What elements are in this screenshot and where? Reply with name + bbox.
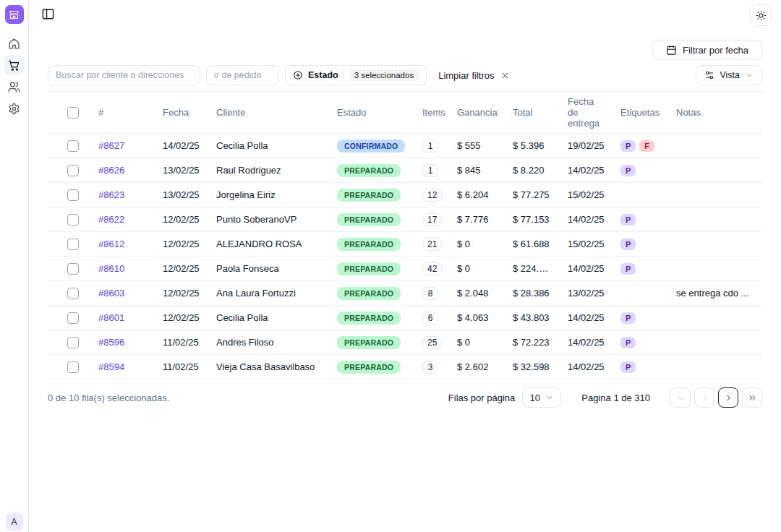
rows-per-page-label: Filas por página — [448, 392, 516, 403]
delivery-date-cell: 14/02/25 — [560, 355, 613, 379]
status-badge: PREPARADO — [337, 262, 401, 275]
sliders-icon — [704, 70, 714, 80]
status-badge: PREPARADO — [337, 164, 401, 177]
close-icon — [500, 71, 510, 80]
column-header: Notas — [669, 92, 762, 134]
row-checkbox[interactable] — [67, 214, 79, 226]
profit-cell: $ 4.063 — [450, 306, 505, 330]
sun-icon — [756, 10, 767, 21]
sidebar-item-customers[interactable] — [4, 77, 25, 97]
search-input[interactable] — [48, 65, 200, 85]
notes-cell — [669, 330, 762, 355]
status-cell: PREPARADO — [330, 232, 415, 257]
app-logo[interactable] — [5, 5, 24, 24]
theme-toggle-button[interactable] — [750, 4, 772, 26]
row-select-cell — [48, 281, 91, 306]
table-row: #862613/02/25Raul RodriguezPREPARADO1$ 8… — [48, 158, 762, 183]
delivery-date-cell: 13/02/25 — [560, 281, 613, 306]
row-checkbox[interactable] — [67, 165, 79, 176]
items-cell: 42 — [415, 257, 450, 281]
row-checkbox[interactable] — [67, 361, 79, 373]
order-link[interactable]: #8623 — [98, 189, 124, 200]
order-link[interactable]: #8612 — [98, 239, 124, 249]
avatar[interactable]: A — [6, 513, 23, 531]
status-badge: PREPARADO — [337, 287, 401, 300]
notes-cell — [669, 306, 762, 330]
status-cell: PREPARADO — [330, 355, 415, 379]
row-checkbox[interactable] — [67, 239, 79, 250]
filter-by-date-button[interactable]: Filtrar por fecha — [652, 40, 762, 60]
tags-cell: P — [613, 232, 669, 257]
vista-button[interactable]: Vista — [696, 65, 762, 85]
sidebar-toggle-button[interactable] — [40, 4, 56, 24]
order-link[interactable]: #8594 — [98, 361, 124, 372]
delivery-date-cell: 14/02/25 — [560, 257, 613, 281]
users-icon — [8, 81, 20, 93]
estado-filter-label: Estado — [308, 70, 338, 80]
chevrons-left-icon — [676, 393, 686, 403]
total-cell: $ 43.803 — [505, 306, 560, 330]
order-link[interactable]: #8610 — [98, 263, 124, 274]
content: Filtrar por fecha Estado 3 seleccionados… — [29, 40, 781, 408]
select-all-checkbox[interactable] — [67, 107, 79, 119]
sidebar-item-settings[interactable] — [4, 98, 25, 119]
order-link[interactable]: #8603 — [98, 288, 124, 299]
status-badge: CONFIRMADO — [337, 140, 405, 153]
row-checkbox[interactable] — [67, 288, 79, 299]
sidebar-item-orders[interactable] — [4, 55, 25, 75]
order-link[interactable]: #8627 — [98, 140, 124, 151]
profit-cell: $ 0 — [450, 232, 505, 257]
notes-cell — [669, 232, 762, 257]
column-header: Ganancia — [450, 92, 505, 134]
column-header: Total — [505, 92, 560, 134]
status-badge: PREPARADO — [337, 312, 401, 325]
client-cell: Punto SoberanoVP — [209, 207, 330, 232]
row-checkbox[interactable] — [67, 140, 79, 152]
order-link[interactable]: #8601 — [98, 312, 124, 323]
tags-cell: P — [613, 158, 669, 183]
order-id-cell: #8594 — [91, 355, 155, 379]
next-page-button[interactable] — [718, 387, 738, 408]
order-date-cell: 11/02/25 — [155, 355, 209, 379]
notes-cell — [669, 183, 762, 207]
order-link[interactable]: #8596 — [98, 337, 124, 348]
column-header: Fecha — [155, 92, 209, 134]
items-count-badge: 21 — [422, 238, 442, 251]
notes-cell — [669, 158, 762, 183]
items-count-badge: 42 — [422, 262, 442, 275]
vista-label: Vista — [720, 70, 740, 80]
table-row: #862212/02/25Punto SoberanoVPPREPARADO17… — [48, 207, 762, 232]
row-checkbox[interactable] — [67, 337, 79, 348]
last-page-button[interactable] — [742, 387, 762, 408]
row-checkbox[interactable] — [67, 312, 79, 324]
separator — [343, 70, 344, 80]
rows-per-page-select[interactable]: 10 — [522, 387, 561, 408]
estado-selected-count: 3 seleccionados — [349, 69, 419, 81]
first-page-button[interactable] — [670, 387, 691, 408]
order-link[interactable]: #8622 — [98, 214, 124, 225]
order-date-cell: 12/02/25 — [155, 306, 209, 330]
column-header: Etiquetas — [613, 92, 669, 134]
prev-page-button[interactable] — [694, 387, 714, 408]
estado-filter-button[interactable]: Estado 3 seleccionados — [285, 65, 427, 85]
row-checkbox[interactable] — [67, 189, 79, 201]
client-cell: Andres Filoso — [209, 330, 330, 355]
status-badge: PREPARADO — [337, 238, 401, 251]
row-select-cell — [48, 330, 91, 355]
tag-badge: P — [620, 239, 636, 250]
orders-table-body: #862714/02/25Cecilia PollaCONFIRMADO1$ 5… — [48, 134, 762, 379]
status-cell: PREPARADO — [330, 330, 415, 355]
profit-cell: $ 6.204 — [450, 183, 505, 207]
clear-filters-button[interactable]: Limpiar filtros — [438, 70, 510, 81]
total-cell: $ 77.275 — [505, 183, 560, 207]
cart-icon — [8, 59, 20, 72]
order-link[interactable]: #8626 — [98, 165, 124, 176]
order-number-input[interactable] — [206, 65, 279, 85]
row-checkbox[interactable] — [67, 263, 79, 275]
order-id-cell: #8601 — [91, 306, 155, 330]
table-row: #861012/02/25Paola FonsecaPREPARADO42$ 0… — [48, 257, 762, 281]
client-cell: ALEJANDRO ROSA — [209, 232, 330, 257]
notes-cell — [669, 134, 762, 158]
tags-cell: P — [613, 257, 669, 281]
sidebar-item-home[interactable] — [4, 33, 25, 53]
